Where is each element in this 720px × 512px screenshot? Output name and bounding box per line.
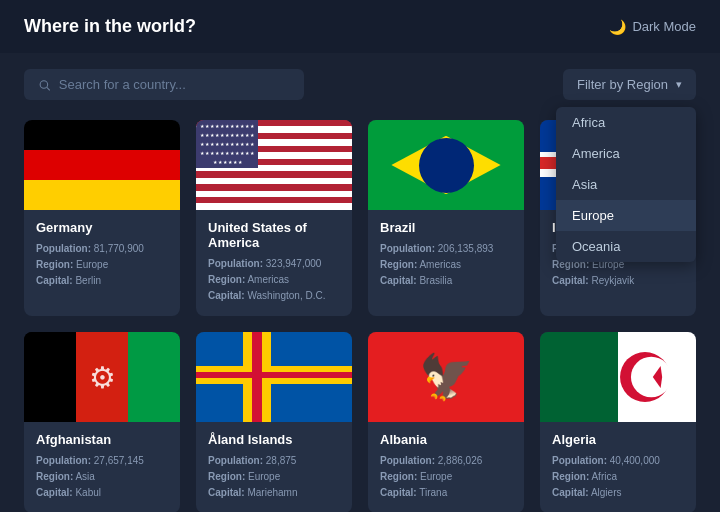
dark-mode-button[interactable]: 🌙 Dark Mode: [609, 19, 696, 35]
country-card[interactable]: 🦅 Albania Population: 2,886,026 Region: …: [368, 332, 524, 512]
country-flag: [368, 120, 524, 210]
card-info: Albania Population: 2,886,026 Region: Eu…: [368, 422, 524, 512]
country-name: Afghanistan: [36, 432, 168, 447]
dark-mode-label: Dark Mode: [632, 19, 696, 34]
country-card[interactable]: Algeria Population: 40,400,000 Region: A…: [540, 332, 696, 512]
country-details: Population: 81,770,900 Region: Europe Ca…: [36, 241, 168, 289]
country-details: Population: 206,135,893 Region: Americas…: [380, 241, 512, 289]
filter-option-oceania[interactable]: Oceania: [556, 231, 696, 262]
country-flag: 🦅: [368, 332, 524, 422]
svg-line-1: [47, 87, 50, 90]
country-name: Åland Islands: [208, 432, 340, 447]
filter-wrap: Filter by Region ▾ Africa America Asia E…: [563, 69, 696, 100]
filter-option-africa[interactable]: Africa: [556, 107, 696, 138]
country-details: Population: 28,875 Region: Europe Capita…: [208, 453, 340, 501]
card-info: United States of America Population: 323…: [196, 210, 352, 316]
country-card[interactable]: Åland Islands Population: 28,875 Region:…: [196, 332, 352, 512]
card-info: Åland Islands Population: 28,875 Region:…: [196, 422, 352, 512]
filter-option-america[interactable]: America: [556, 138, 696, 169]
card-info: Algeria Population: 40,400,000 Region: A…: [540, 422, 696, 512]
header: Where in the world? 🌙 Dark Mode: [0, 0, 720, 53]
country-details: Population: 2,886,026 Region: Europe Cap…: [380, 453, 512, 501]
filter-button[interactable]: Filter by Region ▾: [563, 69, 696, 100]
filter-label: Filter by Region: [577, 77, 668, 92]
country-name: United States of America: [208, 220, 340, 250]
search-input-wrap: [24, 69, 304, 100]
country-flag: ⚙: [24, 332, 180, 422]
country-card[interactable]: Brazil Population: 206,135,893 Region: A…: [368, 120, 524, 316]
country-card[interactable]: ⚙ Afghanistan Population: 27,657,145 Reg…: [24, 332, 180, 512]
card-info: Germany Population: 81,770,900 Region: E…: [24, 210, 180, 301]
country-name: Albania: [380, 432, 512, 447]
search-input[interactable]: [59, 77, 290, 92]
search-icon: [38, 78, 51, 92]
country-details: Population: 40,400,000 Region: Africa Ca…: [552, 453, 684, 501]
country-flag: ★★★★★★★★★★★★★★★★★★★★★★★★★★★★★★★★★★★★★★★★…: [196, 120, 352, 210]
country-name: Brazil: [380, 220, 512, 235]
country-name: Germany: [36, 220, 168, 235]
card-info: Afghanistan Population: 27,657,145 Regio…: [24, 422, 180, 512]
country-card[interactable]: ★★★★★★★★★★★★★★★★★★★★★★★★★★★★★★★★★★★★★★★★…: [196, 120, 352, 316]
country-flag: [196, 332, 352, 422]
country-details: Population: 323,947,000 Region: Americas…: [208, 256, 340, 304]
filter-dropdown: Africa America Asia Europe Oceania: [556, 107, 696, 262]
svg-point-0: [40, 80, 47, 87]
eagle-icon: 🦅: [419, 355, 474, 399]
country-flag: [24, 120, 180, 210]
moon-icon: 🌙: [609, 19, 626, 35]
svg-point-3: [631, 357, 672, 398]
card-info: Brazil Population: 206,135,893 Region: A…: [368, 210, 524, 301]
search-filter-bar: Filter by Region ▾ Africa America Asia E…: [0, 53, 720, 108]
page-title: Where in the world?: [24, 16, 196, 37]
country-details: Population: 27,657,145 Region: Asia Capi…: [36, 453, 168, 501]
country-card[interactable]: Germany Population: 81,770,900 Region: E…: [24, 120, 180, 316]
filter-option-europe[interactable]: Europe: [556, 200, 696, 231]
chevron-down-icon: ▾: [676, 78, 682, 91]
country-flag: [540, 332, 696, 422]
filter-option-asia[interactable]: Asia: [556, 169, 696, 200]
country-name: Algeria: [552, 432, 684, 447]
